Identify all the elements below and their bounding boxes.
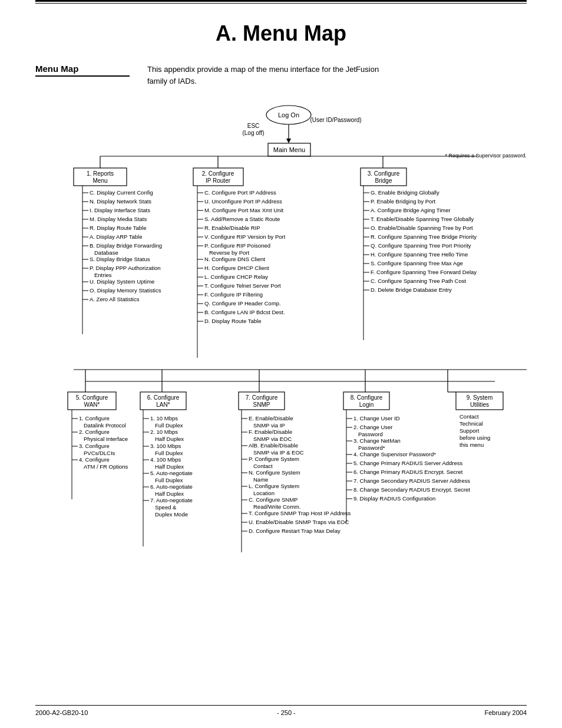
footer: 2000-A2-GB20-10 - 250 - February 2004: [35, 705, 527, 716]
svg-text:3.  100 Mbps: 3. 100 Mbps: [150, 443, 181, 449]
svg-text:R.  Display Route Table: R. Display Route Table: [90, 225, 146, 231]
svg-text:U.  Unconfigure Port IP Addres: U. Unconfigure Port IP Address: [204, 198, 282, 205]
svg-text:Login: Login: [359, 401, 373, 408]
footer-left: 2000-A2-GB20-10: [35, 709, 88, 716]
svg-text:IP Router: IP Router: [206, 177, 231, 184]
svg-text:E.  Enable/Disable: E. Enable/Disable: [249, 415, 293, 421]
svg-text:D.  Delete Bridge Database Ent: D. Delete Bridge Database Entry: [371, 286, 452, 293]
svg-text:Password*: Password*: [358, 444, 385, 451]
svg-marker-6: [286, 139, 291, 143]
svg-text:Password: Password: [358, 431, 383, 437]
svg-text:ATM / FR Options: ATM / FR Options: [84, 463, 128, 470]
svg-text:L.  Configure CHCP Relay: L. Configure CHCP Relay: [204, 274, 268, 280]
svg-text:R.  Enable/Disable RIP: R. Enable/Disable RIP: [204, 225, 260, 231]
section-header: Menu Map This appendix provide a map of …: [35, 64, 527, 87]
svg-text:T.  Configure Telnet Server Po: T. Configure Telnet Server Port: [204, 282, 281, 289]
top-rule2: [35, 3, 527, 4]
svg-text:8.  Change Secondary RADIUS En: 8. Change Secondary RADIUS Encrypt. Secr…: [353, 486, 470, 493]
svg-text:8. Configure: 8. Configure: [351, 394, 383, 401]
diagram-svg: Log On ESC (Log off) (User ID/Password) …: [35, 98, 527, 658]
svg-text:3.  Configure: 3. Configure: [79, 443, 110, 449]
page: A. Menu Map Menu Map This appendix provi…: [0, 0, 562, 728]
svg-text:6.  Auto-negotiate: 6. Auto-negotiate: [150, 483, 193, 490]
svg-text:Reverse by Port: Reverse by Port: [209, 249, 249, 256]
svg-text:O.  Display Memory Statistics: O. Display Memory Statistics: [90, 287, 161, 294]
svg-text:C.  Configure Port IP Address: C. Configure Port IP Address: [204, 189, 276, 196]
svg-text:SNMP via IP & EOC: SNMP via IP & EOC: [253, 449, 304, 456]
svg-text:Database: Database: [94, 249, 118, 256]
svg-text:C.  Configure Spanning Tree Pa: C. Configure Spanning Tree Path Cost: [371, 278, 466, 284]
svg-text:Full Duplex: Full Duplex: [155, 422, 183, 429]
footer-center: - 250 -: [277, 709, 296, 716]
svg-text:F.  Configure IP Filtering: F. Configure IP Filtering: [204, 291, 263, 298]
svg-text:1.  10 Mbps: 1. 10 Mbps: [150, 415, 178, 421]
svg-text:9.  Display RADIUS Configurati: 9. Display RADIUS Configuration: [353, 495, 435, 502]
svg-text:Contact: Contact: [253, 463, 273, 469]
svg-text:7. Configure: 7. Configure: [246, 394, 278, 401]
svg-text:S.  Display Bridge Status: S. Display Bridge Status: [90, 256, 150, 262]
svg-text:A.  Display ARP Table: A. Display ARP Table: [90, 233, 142, 240]
svg-text:T.  Configure SNMP Trap Host I: T. Configure SNMP Trap Host IP Address: [249, 510, 351, 516]
section-description: This appendix provide a map of the menu …: [147, 64, 379, 87]
svg-text:H.  Configure DHCP Client: H. Configure DHCP Client: [204, 265, 269, 271]
svg-text:G.  Enable Bridging Globally: G. Enable Bridging Globally: [371, 189, 439, 196]
svg-text:Location: Location: [253, 490, 275, 496]
svg-text:2. Configure: 2. Configure: [202, 170, 234, 177]
svg-text:1.  Configure: 1. Configure: [79, 415, 110, 421]
svg-text:B.  Configure LAN IP Bdcst Des: B. Configure LAN IP Bdcst Dest.: [204, 309, 285, 315]
section-label: Menu Map: [35, 64, 130, 77]
svg-text:Menu: Menu: [92, 177, 107, 184]
svg-text:Duplex Mode: Duplex Mode: [155, 511, 188, 518]
svg-text:5. Configure: 5. Configure: [76, 394, 108, 401]
svg-text:Utilities: Utilities: [470, 401, 489, 408]
svg-text:N.  Display Network Stats: N. Display Network Stats: [90, 198, 151, 205]
svg-text:P.   Display PPP Authorization: P. Display PPP Authorization: [90, 265, 161, 271]
svg-text:ESC: ESC: [247, 123, 260, 129]
svg-text:Full Duplex: Full Duplex: [155, 477, 183, 483]
svg-text:9. System: 9. System: [467, 394, 492, 401]
svg-text:Main Menu: Main Menu: [273, 146, 305, 153]
svg-text:Bridge: Bridge: [375, 177, 392, 184]
svg-text:AlB.  Enable/Disable: AlB. Enable/Disable: [249, 442, 298, 449]
top-rule: [35, 0, 527, 2]
svg-text:Support: Support: [459, 427, 480, 434]
svg-text:U.  Display System Uptime: U. Display System Uptime: [90, 278, 154, 285]
svg-text:Full Duplex: Full Duplex: [155, 450, 183, 456]
menu-map-diagram: Log On ESC (Log off) (User ID/Password) …: [35, 98, 527, 660]
svg-text:F.  Enable/Disable: F. Enable/Disable: [249, 429, 292, 435]
svg-text:A.  Zero All Statistics: A. Zero All Statistics: [90, 296, 140, 302]
svg-text:Half Duplex: Half Duplex: [155, 490, 184, 497]
svg-text:Half Duplex: Half Duplex: [155, 463, 184, 470]
svg-text:4.  Configure: 4. Configure: [79, 456, 110, 463]
svg-text:2.  Change User: 2. Change User: [353, 424, 393, 430]
svg-text:(Log off): (Log off): [242, 130, 264, 136]
svg-text:Q.  Configure IP Header Comp.: Q. Configure IP Header Comp.: [204, 300, 281, 307]
svg-text:T.   Enable/Disable Spanning T: T. Enable/Disable Spanning Tree Globally: [371, 216, 474, 222]
svg-text:Read/Write Comm.: Read/Write Comm.: [253, 503, 301, 510]
svg-text:V.  Configure RIP Version by P: V. Configure RIP Version by Port: [204, 233, 286, 240]
svg-text:1. Reports: 1. Reports: [87, 170, 114, 177]
svg-text:Log On: Log On: [278, 111, 299, 118]
svg-text:WAN*: WAN*: [84, 401, 100, 408]
svg-text:SNMP via EOC: SNMP via EOC: [253, 436, 292, 442]
svg-text:Entries: Entries: [94, 272, 112, 278]
svg-text:6.  Change Primary RADIUS Encr: 6. Change Primary RADIUS Encrypt. Secret: [353, 469, 463, 475]
svg-text:L.  Configure System: L. Configure System: [249, 483, 299, 489]
svg-text:7.  Change Secondary RADIUS Se: 7. Change Secondary RADIUS Server Addres…: [353, 477, 470, 484]
svg-text:A.  Configure Bridge Aging Tim: A. Configure Bridge Aging Timer: [371, 207, 451, 213]
svg-text:C.  Display Current Config: C. Display Current Config: [90, 189, 153, 196]
svg-text:5.  Auto-negotiate: 5. Auto-negotiate: [150, 470, 193, 476]
svg-text:N.  Configure System: N. Configure System: [249, 469, 300, 476]
svg-text:P.  Enable Bridging by Port: P. Enable Bridging by Port: [371, 198, 436, 205]
svg-text:PVCs/DLCIs: PVCs/DLCIs: [84, 450, 115, 456]
svg-text:Name: Name: [253, 476, 268, 483]
svg-text:H.  Configure Spanning Tree He: H. Configure Spanning Tree Hello Time: [371, 251, 468, 258]
svg-text:S.   Add/Remove a Static Route: S. Add/Remove a Static Route: [204, 216, 280, 222]
svg-text:3.  Change NetMan: 3. Change NetMan: [353, 437, 401, 444]
svg-text:M.  Configure Port Max Xmt Uni: M. Configure Port Max Xmt Unit: [204, 207, 283, 213]
svg-text:D.  Configure Restart Trap Max: D. Configure Restart Trap Max Delay: [249, 528, 340, 534]
svg-text:2.  10 Mbps: 2. 10 Mbps: [150, 429, 178, 435]
svg-text:4.  Change Supervisor Password: 4. Change Supervisor Password*: [353, 451, 436, 457]
svg-text:U.  Enable/Disable SNMP Traps : U. Enable/Disable SNMP Traps via EOC: [249, 519, 349, 525]
svg-text:P.  Configure RIP Poisoned: P. Configure RIP Poisoned: [204, 242, 270, 249]
